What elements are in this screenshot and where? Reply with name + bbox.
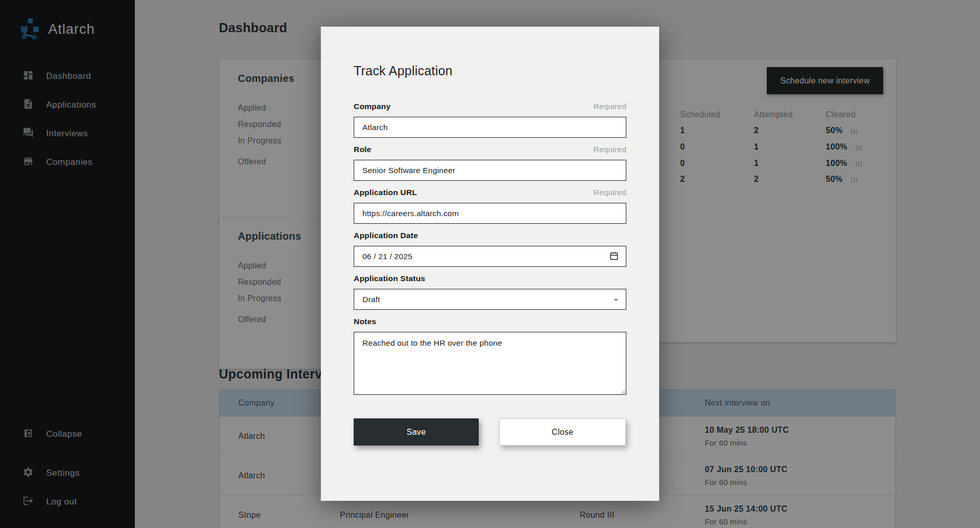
close-button[interactable]: Close <box>499 418 626 446</box>
required-badge: Required <box>593 188 626 197</box>
company-label: Company <box>354 102 391 111</box>
application-status-label: Application Status <box>354 274 425 283</box>
notes-label: Notes <box>354 317 376 326</box>
company-input[interactable] <box>354 117 626 138</box>
notes-textarea[interactable]: Reached out to the HR over the phone <box>354 332 626 395</box>
application-url-label: Application URL <box>354 188 417 197</box>
app-canvas: Atlarch Dashboard Applications Interview… <box>0 0 980 528</box>
company-field-group: Company Required <box>354 102 626 138</box>
application-url-input[interactable] <box>354 203 626 224</box>
calendar-icon[interactable] <box>609 251 619 263</box>
track-application-modal: Track Application Company Required Role … <box>321 27 659 501</box>
application-status-field-group: Application Status Draft ⌄ <box>354 274 626 310</box>
role-label: Role <box>354 145 371 154</box>
application-url-field-group: Application URL Required <box>354 188 626 224</box>
modal-title: Track Application <box>354 64 626 78</box>
modal-actions: Save Close <box>354 418 626 446</box>
required-badge: Required <box>593 102 626 111</box>
notes-field-group: Notes Reached out to the HR over the pho… <box>354 317 626 397</box>
required-badge: Required <box>593 145 626 154</box>
role-input[interactable] <box>354 160 626 181</box>
application-date-field-group: Application Date <box>354 231 626 267</box>
role-field-group: Role Required <box>354 145 626 181</box>
application-status-select[interactable]: Draft <box>354 289 626 310</box>
application-date-label: Application Date <box>354 231 418 240</box>
application-date-input[interactable] <box>354 246 626 267</box>
save-button[interactable]: Save <box>354 418 479 446</box>
